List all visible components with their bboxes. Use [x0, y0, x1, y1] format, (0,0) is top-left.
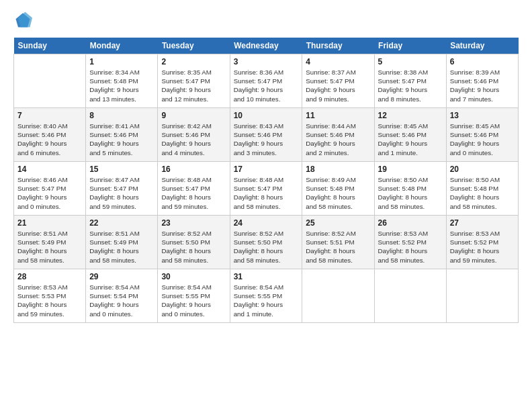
- calendar: SundayMondayTuesdayWednesdayThursdayFrid…: [13, 38, 519, 323]
- day-number: 19: [378, 165, 443, 174]
- calendar-cell: 26Sunrise: 8:53 AMSunset: 5:52 PMDayligh…: [374, 216, 446, 269]
- calendar-cell: 20Sunrise: 8:50 AMSunset: 5:48 PMDayligh…: [446, 162, 518, 216]
- calendar-cell: 2Sunrise: 8:35 AMSunset: 5:47 PMDaylight…: [158, 54, 230, 108]
- day-number: 21: [17, 218, 82, 228]
- day-number: 28: [17, 272, 82, 281]
- calendar-cell: 23Sunrise: 8:52 AMSunset: 5:50 PMDayligh…: [158, 216, 230, 269]
- calendar-cell: 14Sunrise: 8:46 AMSunset: 5:47 PMDayligh…: [14, 162, 86, 216]
- calendar-cell: 15Sunrise: 8:47 AMSunset: 5:47 PMDayligh…: [86, 162, 158, 216]
- logo-icon: [13, 11, 32, 30]
- svg-marker-1: [18, 12, 32, 28]
- day-info: Sunrise: 8:52 AMSunset: 5:50 PMDaylight:…: [234, 229, 299, 265]
- week-row-4: 21Sunrise: 8:51 AMSunset: 5:49 PMDayligh…: [14, 216, 519, 269]
- calendar-cell: 24Sunrise: 8:52 AMSunset: 5:50 PMDayligh…: [230, 216, 302, 269]
- day-number: 17: [234, 165, 299, 174]
- day-info: Sunrise: 8:34 AMSunset: 5:48 PMDaylight:…: [89, 68, 154, 103]
- week-row-5: 28Sunrise: 8:53 AMSunset: 5:53 PMDayligh…: [14, 269, 519, 323]
- day-info: Sunrise: 8:43 AMSunset: 5:46 PMDaylight:…: [234, 122, 299, 157]
- day-info: Sunrise: 8:54 AMSunset: 5:55 PMDaylight:…: [161, 283, 226, 318]
- day-number: 22: [89, 218, 154, 228]
- day-number: 7: [17, 111, 82, 120]
- day-number: 30: [161, 272, 226, 281]
- calendar-cell: [302, 269, 374, 323]
- day-info: Sunrise: 8:48 AMSunset: 5:47 PMDaylight:…: [234, 175, 299, 211]
- day-info: Sunrise: 8:46 AMSunset: 5:47 PMDaylight:…: [17, 175, 82, 211]
- week-row-2: 7Sunrise: 8:40 AMSunset: 5:46 PMDaylight…: [14, 108, 519, 162]
- day-number: 25: [306, 218, 370, 228]
- page: SundayMondayTuesdayWednesdayThursdayFrid…: [0, 0, 532, 411]
- day-info: Sunrise: 8:53 AMSunset: 5:53 PMDaylight:…: [17, 283, 82, 318]
- day-number: 14: [17, 165, 82, 174]
- calendar-cell: [14, 54, 86, 108]
- day-info: Sunrise: 8:51 AMSunset: 5:49 PMDaylight:…: [89, 229, 154, 265]
- day-info: Sunrise: 8:35 AMSunset: 5:47 PMDaylight:…: [161, 68, 226, 103]
- day-number: 11: [306, 111, 370, 120]
- calendar-cell: 5Sunrise: 8:38 AMSunset: 5:47 PMDaylight…: [374, 54, 446, 108]
- logo: [13, 11, 35, 30]
- calendar-header-sunday: Sunday: [14, 38, 86, 54]
- day-info: Sunrise: 8:54 AMSunset: 5:55 PMDaylight:…: [234, 283, 299, 318]
- calendar-cell: 9Sunrise: 8:42 AMSunset: 5:46 PMDaylight…: [158, 108, 230, 162]
- calendar-cell: 31Sunrise: 8:54 AMSunset: 5:55 PMDayligh…: [230, 269, 302, 323]
- day-number: 31: [234, 272, 299, 281]
- calendar-cell: 22Sunrise: 8:51 AMSunset: 5:49 PMDayligh…: [86, 216, 158, 269]
- calendar-header-saturday: Saturday: [446, 38, 518, 54]
- week-row-3: 14Sunrise: 8:46 AMSunset: 5:47 PMDayligh…: [14, 162, 519, 216]
- calendar-cell: 30Sunrise: 8:54 AMSunset: 5:55 PMDayligh…: [158, 269, 230, 323]
- day-info: Sunrise: 8:53 AMSunset: 5:52 PMDaylight:…: [378, 229, 443, 265]
- day-number: 16: [161, 165, 226, 174]
- calendar-cell: 4Sunrise: 8:37 AMSunset: 5:47 PMDaylight…: [302, 54, 374, 108]
- day-info: Sunrise: 8:45 AMSunset: 5:46 PMDaylight:…: [378, 122, 443, 157]
- day-number: 15: [89, 165, 154, 174]
- day-number: 1: [89, 57, 154, 66]
- day-number: 23: [161, 218, 226, 228]
- day-number: 13: [450, 111, 515, 120]
- day-info: Sunrise: 8:52 AMSunset: 5:50 PMDaylight:…: [161, 229, 226, 265]
- day-info: Sunrise: 8:36 AMSunset: 5:47 PMDaylight:…: [234, 68, 299, 103]
- day-info: Sunrise: 8:50 AMSunset: 5:48 PMDaylight:…: [378, 175, 443, 211]
- day-info: Sunrise: 8:48 AMSunset: 5:47 PMDaylight:…: [161, 175, 226, 211]
- calendar-cell: 1Sunrise: 8:34 AMSunset: 5:48 PMDaylight…: [86, 54, 158, 108]
- day-number: 3: [234, 57, 299, 66]
- day-info: Sunrise: 8:37 AMSunset: 5:47 PMDaylight:…: [306, 68, 370, 103]
- day-info: Sunrise: 8:41 AMSunset: 5:46 PMDaylight:…: [89, 122, 154, 157]
- day-info: Sunrise: 8:47 AMSunset: 5:47 PMDaylight:…: [89, 175, 154, 211]
- calendar-cell: 16Sunrise: 8:48 AMSunset: 5:47 PMDayligh…: [158, 162, 230, 216]
- day-info: Sunrise: 8:51 AMSunset: 5:49 PMDaylight:…: [17, 229, 82, 265]
- calendar-cell: 6Sunrise: 8:39 AMSunset: 5:46 PMDaylight…: [446, 54, 518, 108]
- day-info: Sunrise: 8:50 AMSunset: 5:48 PMDaylight:…: [450, 175, 515, 211]
- day-number: 6: [450, 57, 515, 66]
- day-number: 4: [306, 57, 370, 66]
- day-number: 29: [89, 272, 154, 281]
- calendar-header-thursday: Thursday: [302, 38, 374, 54]
- week-row-1: 1Sunrise: 8:34 AMSunset: 5:48 PMDaylight…: [14, 54, 519, 108]
- calendar-cell: 28Sunrise: 8:53 AMSunset: 5:53 PMDayligh…: [14, 269, 86, 323]
- calendar-cell: 27Sunrise: 8:53 AMSunset: 5:52 PMDayligh…: [446, 216, 518, 269]
- day-number: 8: [89, 111, 154, 120]
- day-number: 5: [378, 57, 443, 66]
- calendar-cell: 12Sunrise: 8:45 AMSunset: 5:46 PMDayligh…: [374, 108, 446, 162]
- calendar-cell: 17Sunrise: 8:48 AMSunset: 5:47 PMDayligh…: [230, 162, 302, 216]
- day-info: Sunrise: 8:38 AMSunset: 5:47 PMDaylight:…: [378, 68, 443, 103]
- day-info: Sunrise: 8:53 AMSunset: 5:52 PMDaylight:…: [450, 229, 515, 265]
- calendar-cell: 3Sunrise: 8:36 AMSunset: 5:47 PMDaylight…: [230, 54, 302, 108]
- calendar-header-wednesday: Wednesday: [230, 38, 302, 54]
- calendar-cell: 21Sunrise: 8:51 AMSunset: 5:49 PMDayligh…: [14, 216, 86, 269]
- calendar-cell: 10Sunrise: 8:43 AMSunset: 5:46 PMDayligh…: [230, 108, 302, 162]
- calendar-cell: 29Sunrise: 8:54 AMSunset: 5:54 PMDayligh…: [86, 269, 158, 323]
- calendar-cell: 11Sunrise: 8:44 AMSunset: 5:46 PMDayligh…: [302, 108, 374, 162]
- calendar-cell: 25Sunrise: 8:52 AMSunset: 5:51 PMDayligh…: [302, 216, 374, 269]
- calendar-cell: [374, 269, 446, 323]
- day-number: 12: [378, 111, 443, 120]
- day-info: Sunrise: 8:44 AMSunset: 5:46 PMDaylight:…: [306, 122, 370, 157]
- day-number: 26: [378, 218, 443, 228]
- calendar-header-monday: Monday: [86, 38, 158, 54]
- day-number: 18: [306, 165, 370, 174]
- header: [13, 11, 519, 30]
- day-number: 9: [161, 111, 226, 120]
- day-info: Sunrise: 8:40 AMSunset: 5:46 PMDaylight:…: [17, 122, 82, 157]
- calendar-cell: 7Sunrise: 8:40 AMSunset: 5:46 PMDaylight…: [14, 108, 86, 162]
- calendar-cell: 19Sunrise: 8:50 AMSunset: 5:48 PMDayligh…: [374, 162, 446, 216]
- day-info: Sunrise: 8:42 AMSunset: 5:46 PMDaylight:…: [161, 122, 226, 157]
- calendar-cell: 8Sunrise: 8:41 AMSunset: 5:46 PMDaylight…: [86, 108, 158, 162]
